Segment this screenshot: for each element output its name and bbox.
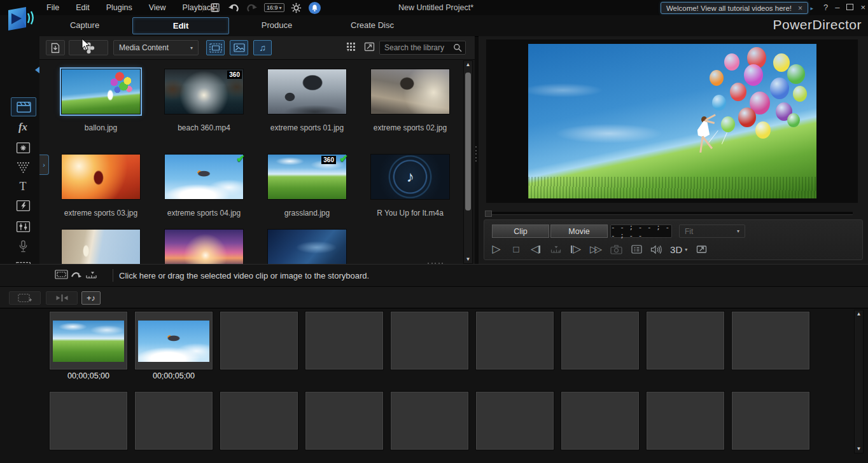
movie-mode-button[interactable]: Movie [550,225,608,238]
media-item-bmx[interactable] [267,69,347,114]
add-background-music-button[interactable]: +♪ [81,291,101,305]
clip-mode-button[interactable]: Clip [492,225,549,238]
storyboard-slot[interactable] [561,312,639,370]
storyboard-slot[interactable] [647,392,724,450]
play-button[interactable]: ▷ [491,242,502,257]
tab-edit[interactable]: Edit [132,17,229,34]
storyboard-slot[interactable] [732,312,809,370]
storyboard-slot[interactable] [476,392,554,450]
grass-texture [528,177,816,198]
storyboard-slot[interactable] [220,312,298,370]
particle-room[interactable] [11,158,35,176]
storyboard-slot[interactable] [305,312,383,370]
volume-button[interactable] [650,242,662,257]
storyboard-slot[interactable] [391,312,468,370]
filter-video-button[interactable] [206,40,225,55]
storyboard-slot[interactable] [647,312,724,370]
menu-view[interactable]: View [141,0,174,15]
audio-mixing-room[interactable] [11,218,35,235]
storyboard-slot[interactable] [391,392,468,450]
effect-room[interactable]: fx [11,118,35,136]
content-type-dropdown[interactable]: Media Content ▾ [113,40,199,55]
seek-handle[interactable] [485,211,492,217]
fast-forward-button[interactable]: ▷▷ [590,242,602,257]
3d-mode-button[interactable]: 3D▾ [670,242,687,257]
add-clip-button[interactable] [9,291,41,305]
aspect-ratio-dropdown[interactable]: 16:9 ▾ [264,3,284,12]
timecode-display[interactable]: - - ; - - ; - - ; - - [610,225,672,238]
storyboard-slot[interactable] [476,312,554,370]
tab-capture[interactable]: Capture [37,15,132,36]
previous-frame-button[interactable]: ◁ [530,242,542,257]
storyboard-slot[interactable] [50,312,127,370]
title-room[interactable]: T [11,177,35,195]
storyboard-slot[interactable] [732,392,809,450]
snapshot-button[interactable] [610,242,622,257]
storyboard-slot[interactable] [50,392,127,450]
grid-view-button[interactable] [346,42,356,52]
zoom-fit-dropdown[interactable]: Fit ▾ [679,225,745,238]
preview-quality-button[interactable] [631,242,642,257]
expand-panel-handle[interactable]: › [39,155,49,175]
media-item-moto[interactable] [370,69,450,114]
menu-file[interactable]: File [38,0,67,15]
timeline-splitter-handle[interactable] [428,262,443,264]
save-button[interactable] [209,1,221,14]
stop-button[interactable]: □ [510,242,522,257]
storyboard-slot[interactable] [135,392,213,450]
media-room[interactable] [11,97,36,116]
filter-music-button[interactable]: ♫ [253,40,272,55]
library-search[interactable] [379,41,466,55]
seek-position-button[interactable] [550,242,562,257]
maximize-button[interactable] [846,0,853,15]
filter-photo-button[interactable] [230,40,248,55]
scroll-up-icon[interactable]: ▲ [464,61,472,69]
preview-seek-bar[interactable] [486,212,853,215]
voice-over-room[interactable] [11,237,35,255]
storyboard-slot[interactable] [220,392,298,450]
banner-close-icon[interactable]: × [798,4,802,13]
media-item-surf[interactable] [61,154,141,200]
preview-panel: Clip Movie - - ; - - ; - - ; - - Fit ▾ ▷… [479,36,868,264]
preview-video-frame[interactable] [528,44,816,198]
scrollbar-thumb[interactable] [465,73,471,211]
menu-plugins[interactable]: Plugins [98,0,141,15]
tab-produce[interactable]: Produce [229,15,325,36]
next-frame-button[interactable]: ▷ [570,242,582,257]
transition-room[interactable] [11,197,35,214]
detach-library-button[interactable] [364,42,375,52]
storyboard-slot[interactable] [135,312,213,370]
scroll-down-icon[interactable]: ▼ [464,256,472,263]
search-input[interactable] [383,43,451,53]
media-item-grassland[interactable]: ✔360 [267,154,347,200]
minimize-button[interactable]: – [835,0,839,15]
trim-button[interactable] [46,291,78,305]
pip-objects-room[interactable] [11,139,35,156]
redo-button[interactable] [246,1,258,14]
notifications-button[interactable] [309,2,321,14]
panel-splitter-handle[interactable] [475,146,477,162]
storyboard-slot[interactable] [305,392,383,450]
undock-preview-button[interactable] [696,242,707,257]
scroll-up-icon[interactable]: ▲ [855,310,863,318]
tab-create-disc[interactable]: Create Disc [325,15,420,36]
storyboard-hint-text[interactable]: Click here or drag the selected video cl… [119,265,369,287]
library-scrollbar[interactable]: ▲ ▼ [463,60,473,264]
scroll-down-icon[interactable]: ▼ [855,445,863,453]
welcome-banner[interactable]: Welcome! View all tutorial videos here! … [661,2,808,14]
media-item-partial-wave[interactable] [267,229,347,264]
settings-button[interactable] [290,1,303,14]
media-item-beach[interactable]: 360 [164,69,244,114]
undo-button[interactable] [227,1,240,14]
media-item-balloon[interactable] [61,69,141,114]
help-button[interactable]: ? [823,0,828,15]
media-item-partial-walk[interactable] [61,229,141,264]
storyboard-scrollbar[interactable]: ▲ ▼ [854,310,864,453]
close-button[interactable]: × [860,0,865,15]
media-item-skydive[interactable]: ✔ [164,154,244,200]
menu-edit[interactable]: Edit [67,0,98,15]
media-item-music[interactable]: ♪ [370,154,450,200]
storyboard-slot[interactable] [561,392,639,450]
import-media-button[interactable] [46,40,65,55]
media-item-partial-sunset[interactable] [164,229,244,264]
